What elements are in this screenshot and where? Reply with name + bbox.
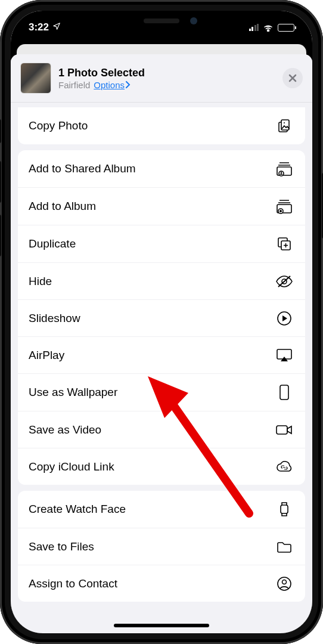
phone-rect-icon <box>274 384 294 401</box>
action-label: Create Watch Face <box>29 503 126 516</box>
action-duplicate[interactable]: Duplicate <box>18 225 305 262</box>
airplay-icon <box>274 348 294 363</box>
actions-scroll[interactable]: Copy Photo Add to Shared Album <box>11 103 312 633</box>
share-sheet: 1 Photo Selected Fairfield Options <box>11 54 312 633</box>
action-label: Use as Wallpaper <box>29 386 117 399</box>
shared-album-icon <box>274 160 294 177</box>
photo-thumbnail[interactable] <box>20 63 51 94</box>
svg-rect-13 <box>277 426 287 434</box>
action-save-as-video[interactable]: Save as Video <box>18 411 305 448</box>
action-copy-photo[interactable]: Copy Photo <box>18 107 305 144</box>
svg-point-1 <box>284 122 285 123</box>
cell-signal-icon <box>249 24 259 31</box>
action-group-1: Add to Shared Album Add to Album <box>18 150 305 485</box>
action-label: Duplicate <box>29 237 76 250</box>
action-label: AirPlay <box>29 349 64 362</box>
cloud-link-icon <box>274 460 294 473</box>
action-label: Save as Video <box>29 423 101 436</box>
action-label: Save to Files <box>29 540 94 553</box>
contact-icon <box>274 576 294 592</box>
add-album-icon <box>274 198 294 215</box>
status-time: 3:22 <box>29 21 49 33</box>
action-slideshow[interactable]: Slideshow <box>18 299 305 336</box>
action-create-watch-face[interactable]: Create Watch Face <box>18 491 305 528</box>
svg-point-4 <box>281 172 282 173</box>
svg-point-16 <box>282 580 287 584</box>
svg-rect-14 <box>281 505 288 513</box>
close-button[interactable] <box>282 68 303 88</box>
hide-icon <box>274 274 294 289</box>
action-label: Slideshow <box>29 312 80 325</box>
svg-rect-12 <box>280 385 288 400</box>
battery-icon <box>278 24 294 32</box>
front-camera <box>190 17 197 24</box>
action-add-to-shared-album[interactable]: Add to Shared Album <box>18 150 305 187</box>
action-label: Assign to Contact <box>29 577 117 590</box>
options-link[interactable]: Options <box>94 80 131 90</box>
mute-switch <box>0 119 1 143</box>
action-airplay[interactable]: AirPlay <box>18 336 305 373</box>
location-arrow-icon <box>52 21 61 33</box>
screen: 3:22 1 Photo Selected <box>11 11 312 633</box>
copy-photo-icon <box>274 117 294 134</box>
share-sheet-backdrop: 1 Photo Selected Fairfield Options <box>11 39 312 633</box>
action-label: Add to Album <box>29 200 96 213</box>
video-icon <box>274 423 294 436</box>
action-save-to-files[interactable]: Save to Files <box>18 528 305 565</box>
selection-title: 1 Photo Selected <box>58 67 282 79</box>
chevron-right-icon <box>125 81 131 88</box>
wifi-icon <box>263 23 274 32</box>
duplicate-icon <box>274 236 294 252</box>
svg-point-3 <box>279 171 284 176</box>
speaker-grille <box>144 18 179 23</box>
home-indicator[interactable] <box>114 624 209 627</box>
action-group-2: Create Watch Face Save to Files <box>18 491 305 602</box>
action-label: Add to Shared Album <box>29 162 136 175</box>
action-assign-to-contact[interactable]: Assign to Contact <box>18 565 305 602</box>
action-label: Copy iCloud Link <box>29 460 114 473</box>
action-hide[interactable]: Hide <box>18 262 305 299</box>
share-sheet-header: 1 Photo Selected Fairfield Options <box>11 54 312 103</box>
action-group-0: Copy Photo <box>18 107 305 144</box>
action-use-as-wallpaper[interactable]: Use as Wallpaper <box>18 373 305 411</box>
volume-down-button <box>0 215 1 256</box>
close-icon <box>288 74 297 82</box>
options-link-label: Options <box>94 80 125 90</box>
action-label: Copy Photo <box>29 119 88 132</box>
action-label: Hide <box>29 275 52 288</box>
location-subtitle: Fairfield <box>58 80 90 90</box>
action-copy-icloud-link[interactable]: Copy iCloud Link <box>18 448 305 485</box>
volume-up-button <box>0 161 1 203</box>
folder-icon <box>274 540 294 553</box>
watch-icon <box>274 501 294 518</box>
notch <box>93 11 230 31</box>
action-add-to-album[interactable]: Add to Album <box>18 187 305 225</box>
play-circle-icon <box>274 311 294 326</box>
device-frame: 3:22 1 Photo Selected <box>0 0 323 644</box>
